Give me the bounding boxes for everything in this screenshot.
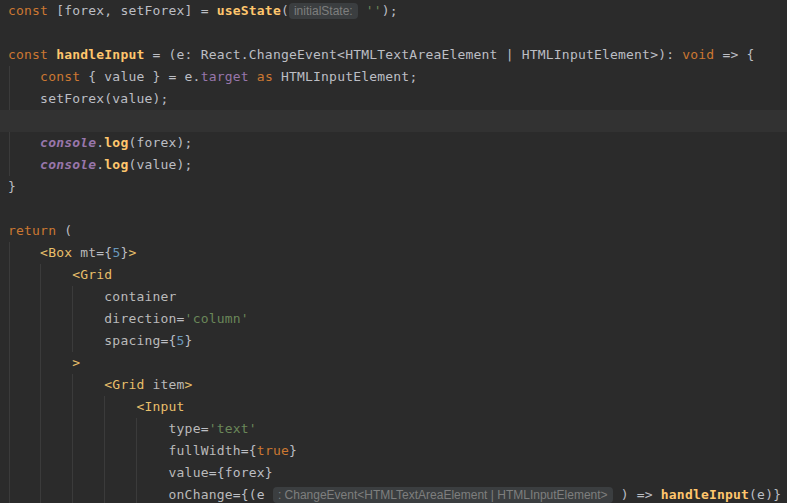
code-token: handleInput bbox=[56, 47, 144, 62]
code-token: setForex(value); bbox=[8, 91, 169, 106]
code-token: 'column' bbox=[185, 311, 249, 326]
code-line[interactable]: console.log(value); bbox=[8, 154, 787, 176]
code-token: <Input bbox=[136, 399, 184, 414]
code-token: target bbox=[201, 69, 249, 84]
code-token: <Grid bbox=[104, 377, 144, 392]
code-token: ={ bbox=[241, 443, 257, 458]
code-token: const bbox=[8, 47, 48, 62]
code-token: > bbox=[185, 377, 193, 392]
code-line[interactable]: } bbox=[8, 176, 787, 198]
code-token: handleInput bbox=[661, 487, 749, 502]
code-token bbox=[8, 311, 104, 326]
code-token: ); bbox=[382, 3, 398, 18]
code-token bbox=[8, 289, 104, 304]
code-line[interactable]: > bbox=[8, 352, 787, 374]
code-token: '' bbox=[366, 3, 382, 18]
code-line[interactable]: <Grid bbox=[8, 264, 787, 286]
code-token: [forex, setForex] = bbox=[48, 3, 217, 18]
inlay-hint: initialState: bbox=[289, 3, 358, 19]
code-token bbox=[8, 135, 40, 150]
code-line[interactable]: <Input bbox=[8, 396, 787, 418]
code-token: ) => bbox=[613, 487, 661, 502]
code-token: true bbox=[257, 443, 289, 458]
code-line[interactable] bbox=[8, 198, 787, 220]
code-token bbox=[8, 69, 40, 84]
code-line[interactable]: <Grid item> bbox=[8, 374, 787, 396]
code-line[interactable]: fullWidth={true} bbox=[8, 440, 787, 462]
code-line[interactable]: console.log(forex); bbox=[8, 132, 787, 154]
code-token: container bbox=[104, 289, 176, 304]
code-token: log bbox=[104, 157, 128, 172]
code-token: console bbox=[40, 157, 96, 172]
code-token: { value } = e. bbox=[80, 69, 200, 84]
code-line[interactable]: spacing={5} bbox=[8, 330, 787, 352]
code-token: > bbox=[72, 355, 80, 370]
code-token: => { bbox=[714, 47, 754, 62]
code-token: (e)} bbox=[749, 487, 781, 502]
code-line[interactable]: const [forex, setForex] = useState(initi… bbox=[8, 0, 787, 22]
code-token: fullWidth bbox=[169, 443, 241, 458]
code-line[interactable]: type='text' bbox=[8, 418, 787, 440]
code-line[interactable]: return ( bbox=[8, 220, 787, 242]
code-line[interactable]: value={forex} bbox=[8, 462, 787, 484]
code-token: (value); bbox=[128, 157, 192, 172]
code-token: HTMLInputElement; bbox=[273, 69, 417, 84]
code-token bbox=[8, 267, 72, 282]
code-token: ={(e bbox=[233, 487, 273, 502]
code-token: 'text' bbox=[209, 421, 257, 436]
code-token bbox=[8, 377, 104, 392]
code-line[interactable]: onChange={(e : ChangeEvent<HTMLTextAreaE… bbox=[8, 484, 787, 503]
code-token bbox=[8, 157, 40, 172]
code-line[interactable]: setForex(value); bbox=[8, 88, 787, 110]
code-token: const bbox=[40, 69, 80, 84]
code-token: <Box bbox=[40, 245, 72, 260]
code-token bbox=[8, 421, 169, 436]
code-token: item bbox=[153, 377, 185, 392]
code-token: (forex); bbox=[128, 135, 192, 150]
code-token bbox=[48, 47, 56, 62]
code-token bbox=[8, 443, 169, 458]
code-line[interactable]: direction='column' bbox=[8, 308, 787, 330]
code-token: ( bbox=[281, 3, 289, 18]
code-line[interactable]: const { value } = e.target as HTMLInputE… bbox=[8, 66, 787, 88]
code-token: 5 bbox=[177, 333, 185, 348]
code-token: <Grid bbox=[72, 267, 112, 282]
code-token: as bbox=[257, 69, 273, 84]
code-token bbox=[249, 69, 257, 84]
code-editor[interactable]: const [forex, setForex] = useState(initi… bbox=[0, 0, 787, 503]
code-line[interactable]: container bbox=[8, 286, 787, 308]
code-token: } bbox=[185, 333, 193, 348]
code-token: return bbox=[8, 223, 56, 238]
code-token: value bbox=[169, 465, 209, 480]
code-token: direction bbox=[104, 311, 176, 326]
code-token bbox=[8, 465, 169, 480]
code-token bbox=[8, 355, 72, 370]
code-token: mt bbox=[80, 245, 96, 260]
code-token bbox=[8, 245, 40, 260]
code-line[interactable] bbox=[8, 22, 787, 44]
code-line[interactable]: <Box mt={5}> bbox=[8, 242, 787, 264]
code-token: > bbox=[128, 245, 136, 260]
code-token: type bbox=[169, 421, 201, 436]
code-token: useState bbox=[217, 3, 281, 18]
code-token bbox=[8, 333, 104, 348]
code-line-current[interactable] bbox=[0, 110, 787, 132]
code-token: console bbox=[40, 135, 96, 150]
code-line[interactable]: const handleInput = (e: React.ChangeEven… bbox=[8, 44, 787, 66]
code-token: = bbox=[177, 311, 185, 326]
code-token: = bbox=[201, 421, 209, 436]
code-token: const bbox=[8, 3, 48, 18]
code-token bbox=[144, 377, 152, 392]
code-token: = (e: React.ChangeEvent<HTMLTextAreaElem… bbox=[144, 47, 682, 62]
code-token bbox=[8, 399, 136, 414]
code-token: ={ bbox=[96, 245, 112, 260]
code-token bbox=[8, 487, 169, 502]
code-token: ( bbox=[56, 223, 72, 238]
code-token: ={forex} bbox=[209, 465, 273, 480]
code-lines[interactable]: const [forex, setForex] = useState(initi… bbox=[0, 0, 787, 503]
code-token bbox=[358, 3, 366, 18]
code-token: } bbox=[289, 443, 297, 458]
code-token: ={ bbox=[161, 333, 177, 348]
inlay-hint: : ChangeEvent<HTMLTextAreaElement | HTML… bbox=[273, 487, 613, 503]
code-token: spacing bbox=[104, 333, 160, 348]
